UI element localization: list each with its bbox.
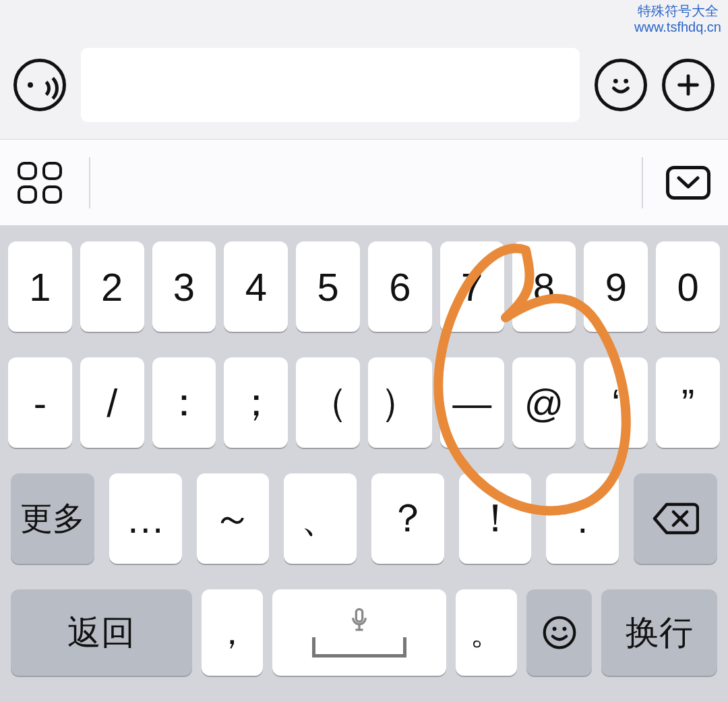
key-space[interactable]	[272, 589, 446, 676]
key-paren-close[interactable]: ）	[368, 357, 432, 448]
svg-point-11	[562, 626, 566, 631]
key-9[interactable]: 9	[584, 241, 648, 332]
key-enumeration-comma[interactable]: 、	[284, 473, 357, 564]
grid-icon	[18, 162, 37, 180]
key-at[interactable]: @	[512, 357, 576, 448]
key-3[interactable]: 3	[152, 241, 216, 332]
keyboard-row-2: - / ： ； （ ） — @ ‘ ”	[8, 357, 720, 448]
watermark-line-2: www.tsfhdq.cn	[634, 19, 721, 35]
key-5[interactable]: 5	[296, 241, 360, 332]
key-comma[interactable]: ，	[202, 589, 263, 676]
svg-point-10	[552, 626, 556, 631]
key-quote-double[interactable]: ”	[656, 357, 720, 448]
toolbar-divider	[89, 157, 90, 208]
key-backspace[interactable]	[634, 473, 717, 564]
key-colon[interactable]: ：	[152, 357, 216, 448]
watermark-line-1: 特殊符号大全	[634, 3, 721, 19]
key-more-symbols[interactable]: 更多	[11, 473, 94, 564]
key-dash[interactable]: —	[440, 357, 504, 448]
key-exclaim[interactable]: ！	[459, 473, 532, 564]
chevron-down-icon	[675, 175, 702, 191]
key-period[interactable]: 。	[456, 589, 517, 676]
space-bar-icon	[312, 637, 406, 657]
key-quote-single[interactable]: ‘	[584, 357, 648, 448]
sound-wave-icon	[25, 70, 55, 100]
microphone-icon	[351, 608, 368, 633]
key-tilde[interactable]: ～	[197, 473, 270, 564]
key-ellipsis[interactable]: …	[109, 473, 182, 564]
key-semicolon[interactable]: ；	[224, 357, 288, 448]
key-1[interactable]: 1	[8, 241, 72, 332]
dismiss-keyboard-button[interactable]	[666, 166, 710, 200]
key-6[interactable]: 6	[368, 241, 432, 332]
key-return[interactable]: 返回	[11, 589, 192, 676]
svg-point-9	[544, 618, 574, 648]
key-dot[interactable]: .	[546, 473, 619, 564]
svg-point-1	[624, 79, 628, 84]
key-8[interactable]: 8	[512, 241, 576, 332]
svg-rect-6	[356, 609, 362, 622]
virtual-keyboard: 1 2 3 4 5 6 7 8 9 0 - / ： ； （ ） — @ ‘ ” …	[0, 225, 728, 702]
key-slash[interactable]: /	[80, 357, 144, 448]
backspace-icon	[652, 502, 699, 535]
smile-icon	[542, 615, 577, 650]
plus-icon	[673, 69, 704, 100]
keyboard-row-4: 返回 ， 。 换行	[8, 589, 720, 676]
smile-icon	[605, 69, 636, 100]
key-emoji[interactable]	[526, 589, 592, 676]
key-newline[interactable]: 换行	[601, 589, 717, 676]
voice-input-button[interactable]	[13, 59, 66, 111]
add-button[interactable]	[662, 59, 715, 111]
key-4[interactable]: 4	[224, 241, 288, 332]
keyboard-apps-button[interactable]	[18, 162, 62, 204]
keyboard-toolbar	[0, 139, 728, 225]
svg-point-0	[613, 79, 618, 84]
emoji-button[interactable]	[595, 59, 647, 111]
key-hyphen[interactable]: -	[8, 357, 72, 448]
key-0[interactable]: 0	[656, 241, 720, 332]
message-input[interactable]	[81, 48, 580, 122]
toolbar-divider	[642, 157, 643, 208]
key-7[interactable]: 7	[440, 241, 504, 332]
keyboard-row-3: 更多 … ～ 、 ？ ！ .	[8, 473, 720, 564]
key-paren-open[interactable]: （	[296, 357, 360, 448]
key-2[interactable]: 2	[80, 241, 144, 332]
chat-input-bar	[0, 0, 728, 139]
watermark-text: 特殊符号大全 www.tsfhdq.cn	[634, 3, 721, 35]
key-question[interactable]: ？	[371, 473, 444, 564]
keyboard-row-1: 1 2 3 4 5 6 7 8 9 0	[8, 241, 720, 332]
